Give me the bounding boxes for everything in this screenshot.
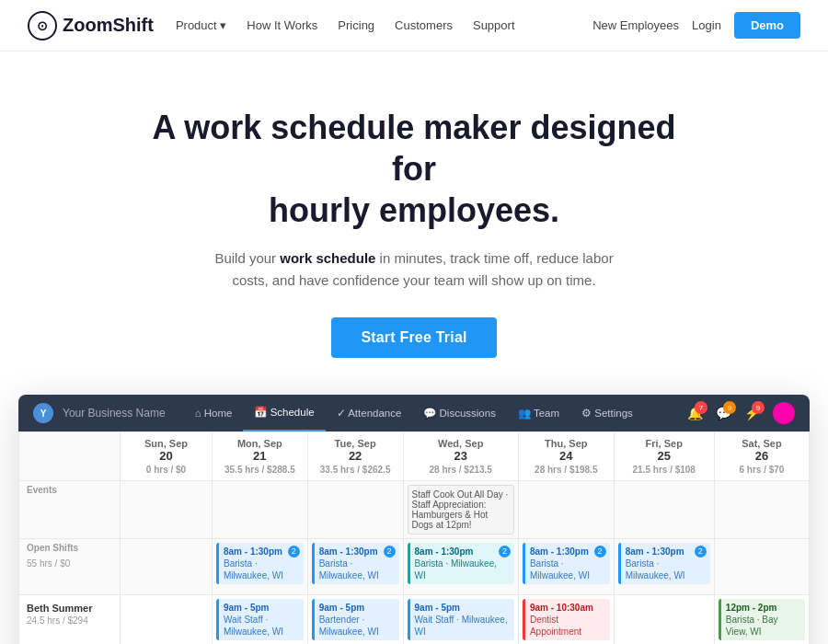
demo-button[interactable]: Demo	[734, 12, 800, 39]
start-trial-button[interactable]: Start Free Trial	[331, 317, 496, 358]
main-nav: ⊙ ZoomShift Product ▾How It WorksPricing…	[0, 0, 828, 52]
app-nav-home[interactable]: ⌂ Home	[184, 395, 244, 431]
shift-block[interactable]: 9am - 5pmWait Staff · Milwaukee, WI	[216, 599, 304, 640]
shift-block[interactable]: 8am - 1:30pmBarista · Milwaukee, WI2	[523, 543, 610, 584]
day-header-6[interactable]: Sat, Sep 26 6 hrs / $70	[714, 432, 809, 481]
shift-time: 9am - 5pm	[224, 602, 299, 614]
shift-block[interactable]: 8am - 1:30pmBarista · Milwaukee, WI2	[408, 543, 514, 584]
logo-icon: ⊙	[28, 11, 57, 40]
day-hours: 0 hrs / $0	[128, 465, 204, 475]
shift-time: 9am - 5pm	[415, 602, 510, 614]
day-header-4[interactable]: Thu, Sep 24 28 hrs / $198.5	[518, 432, 614, 481]
shift-role: Bartender · Milwaukee, WI	[319, 614, 395, 638]
app-nav-schedule[interactable]: 📅 Schedule	[243, 395, 325, 431]
section-label: Events	[19, 481, 120, 499]
day-name: Fri, Sep	[622, 438, 707, 449]
app-nav-right: 🔔7 💬9 ⚡9	[687, 402, 795, 424]
day-name: Tue, Sep	[316, 438, 396, 449]
schedule-container: Sun, Sep 20 0 hrs / $0 Mon, Sep 21 35.5 …	[18, 431, 810, 644]
day-date: 26	[722, 449, 801, 463]
nav-links: Product ▾How It WorksPricingCustomersSup…	[176, 18, 592, 32]
shift-block[interactable]: 12pm - 2pmBarista · Bay View, WI	[719, 599, 805, 640]
shift-role: Barista · Milwaukee, WI	[626, 558, 706, 581]
new-employees-link[interactable]: New Employees	[592, 18, 679, 32]
day-header-2[interactable]: Tue, Sep 22 33.5 hrs / $262.5	[307, 432, 403, 481]
hero-section: A work schedule maker designed for hourl…	[0, 52, 828, 395]
shift-cell	[121, 539, 213, 595]
shift-block[interactable]: 8am - 1:30pmBarista · Milwaukee, WI2	[312, 543, 399, 584]
shift-role: Barista · Milwaukee, WI	[319, 558, 395, 581]
shift-role: Barista · Milwaukee, WI	[415, 558, 510, 581]
shift-time: 9am - 10:30am	[530, 602, 605, 614]
shift-role: Wait Staff · Milwaukee, WI	[224, 614, 299, 638]
day-date: 25	[622, 449, 707, 463]
shift-role: Barista · Bay View, WI	[726, 614, 800, 638]
day-name: Thu, Sep	[526, 438, 606, 449]
shift-block[interactable]: 8am - 1:30pmBarista · Milwaukee, WI2	[618, 543, 710, 584]
notifications-icon[interactable]: 🔔7	[687, 406, 703, 420]
app-nav-items: ⌂ Home📅 Schedule✓ Attendance💬 Discussion…	[184, 395, 687, 431]
shift-cell: 8am - 1:30pmBarista · Milwaukee, WI2	[403, 539, 518, 595]
shift-time: 8am - 1:30pm	[626, 546, 706, 558]
day-hours: 35.5 hrs / $288.5	[220, 465, 300, 475]
shift-cell: 8am - 1:30pmBarista · Milwaukee, WI2	[518, 539, 614, 595]
login-link[interactable]: Login	[692, 18, 721, 32]
day-header-3[interactable]: Wed, Sep 23 28 hrs / $213.5	[403, 432, 518, 481]
shift-cell: 9am - 5pmWait Staff · Milwaukee, WI	[213, 595, 308, 645]
day-name: Wed, Sep	[411, 438, 511, 449]
nav-link-pricing[interactable]: Pricing	[338, 18, 374, 32]
schedule-table: Sun, Sep 20 0 hrs / $0 Mon, Sep 21 35.5 …	[18, 431, 810, 644]
shift-cell: 9am - 5pmBartender · Milwaukee, WI	[307, 595, 403, 645]
shift-count: 2	[499, 546, 511, 558]
event-block[interactable]: Staff Cook Out All Day · Staff Appreciat…	[408, 485, 514, 535]
employee-hours: 24.5 hrs / $294	[27, 615, 112, 626]
day-date: 24	[526, 449, 606, 463]
day-hours: 33.5 hrs / $262.5	[316, 465, 396, 475]
day-date: 23	[411, 449, 511, 463]
shift-count: 2	[384, 546, 396, 558]
day-header-1[interactable]: Mon, Sep 21 35.5 hrs / $288.5	[213, 432, 308, 481]
shift-block[interactable]: 9am - 5pmWait Staff · Milwaukee, WI	[408, 599, 514, 640]
app-preview: Y Your Business Name ⌂ Home📅 Schedule✓ A…	[18, 395, 810, 644]
app-nav-attendance[interactable]: ✓ Attendance	[326, 395, 413, 431]
shift-cell	[307, 481, 403, 539]
shift-role: Barista · Milwaukee, WI	[224, 558, 299, 581]
shift-role: Barista · Milwaukee, WI	[530, 558, 605, 581]
shift-role: Wait Staff · Milwaukee, WI	[415, 614, 510, 638]
row-label: Beth Summer 24.5 hrs / $294	[19, 595, 121, 645]
logo: ⊙ ZoomShift	[28, 11, 154, 40]
shift-block[interactable]: 9am - 10:30amDentist Appointment	[523, 599, 610, 640]
day-date: 20	[128, 449, 204, 463]
app-nav-settings[interactable]: ⚙ Settings	[570, 395, 644, 431]
hero-heading: A work schedule maker designed for hourl…	[138, 107, 690, 231]
nav-link-customers[interactable]: Customers	[395, 18, 453, 32]
nav-link-how-it-works[interactable]: How It Works	[247, 18, 317, 32]
user-avatar[interactable]	[773, 402, 795, 424]
shift-block[interactable]: 8am - 1:30pmBarista · Milwaukee, WI2	[216, 543, 304, 584]
app-nav-team[interactable]: 👥 Team	[507, 395, 570, 431]
shift-count: 2	[288, 546, 300, 558]
nav-right: New Employees Login Demo	[592, 12, 800, 39]
nav-link-product[interactable]: Product ▾	[176, 18, 226, 32]
shift-block[interactable]: 9am - 5pmBartender · Milwaukee, WI	[312, 599, 399, 640]
day-hours: 21.5 hrs / $108	[622, 465, 707, 475]
shift-cell	[614, 595, 714, 645]
shift-cell	[213, 481, 308, 539]
day-hours: 28 hrs / $198.5	[526, 465, 606, 475]
schedule-header-label	[19, 432, 121, 481]
alert-icon[interactable]: ⚡9	[744, 406, 760, 420]
day-header-5[interactable]: Fri, Sep 25 21.5 hrs / $108	[614, 432, 714, 481]
app-nav-discussions[interactable]: 💬 Discussions	[412, 395, 507, 431]
day-date: 22	[316, 449, 396, 463]
app-logo-avatar: Y	[33, 403, 53, 423]
day-name: Mon, Sep	[220, 438, 300, 449]
shift-cell: 8am - 1:30pmBarista · Milwaukee, WI2	[614, 539, 714, 595]
employee-name: Beth Summer	[27, 603, 112, 614]
day-header-0[interactable]: Sun, Sep 20 0 hrs / $0	[121, 432, 213, 481]
shift-role: Dentist Appointment	[530, 614, 605, 638]
nav-link-support[interactable]: Support	[473, 18, 515, 32]
shift-cell: Staff Cook Out All Day · Staff Appreciat…	[403, 481, 518, 539]
shift-time: 8am - 1:30pm	[415, 546, 510, 558]
chat-icon[interactable]: 💬9	[716, 406, 731, 420]
row-label: Open Shifts 55 hrs / $0	[19, 539, 121, 595]
